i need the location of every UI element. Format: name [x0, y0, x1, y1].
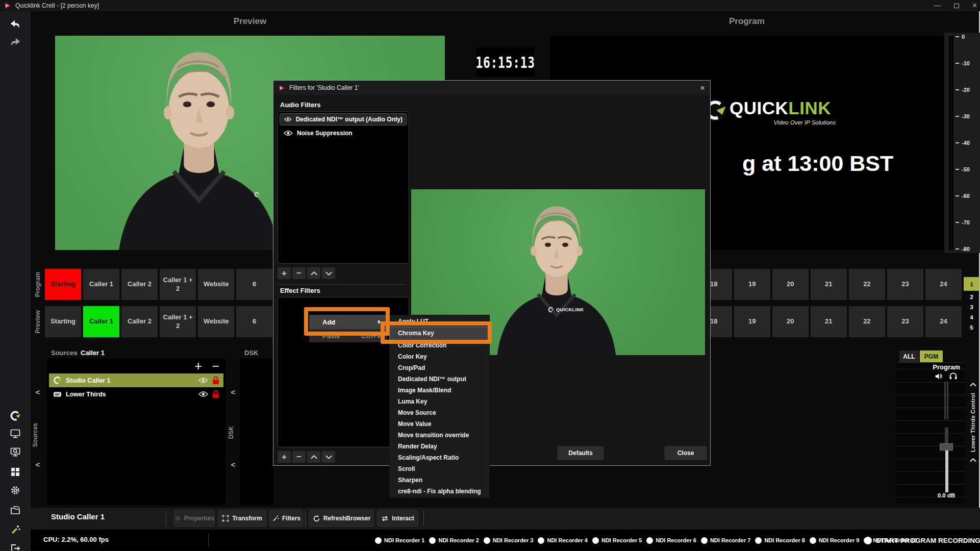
remove-filter-button[interactable]: −: [292, 451, 306, 463]
add-filter-button[interactable]: +: [278, 267, 291, 279]
headphones-icon[interactable]: [949, 371, 958, 380]
filters-button[interactable]: Filters: [269, 510, 303, 527]
visibility-eye-icon[interactable]: [284, 116, 292, 122]
maximize-button[interactable]: [954, 4, 959, 8]
sources-collapse-icon-2[interactable]: <: [33, 460, 43, 469]
exit-icon[interactable]: [10, 543, 21, 551]
program-scene-button[interactable]: 24: [925, 269, 962, 300]
ndi-recorder-indicator[interactable]: NDI Recorder 9: [810, 537, 859, 544]
visibility-eye-icon[interactable]: [198, 377, 208, 384]
submenu-item[interactable]: Sharpen: [390, 474, 489, 486]
ndi-recorder-indicator[interactable]: NDI Recorder 8: [755, 537, 805, 544]
add-filter-button[interactable]: +: [278, 451, 291, 463]
redo-icon[interactable]: [10, 37, 21, 48]
program-scene-button[interactable]: 21: [811, 269, 847, 300]
preview-scene-button[interactable]: Caller 2: [121, 306, 158, 337]
monitor-search-icon[interactable]: [10, 446, 21, 458]
submenu-item[interactable]: Color Key: [390, 351, 489, 362]
visibility-eye-icon[interactable]: [284, 130, 293, 136]
preview-scene-button[interactable]: 23: [887, 306, 923, 337]
visibility-eye-icon[interactable]: [198, 391, 208, 397]
files-folder-icon[interactable]: [10, 505, 21, 516]
transform-button[interactable]: Transform: [218, 510, 266, 527]
ndi-recorder-indicator[interactable]: NDI Recorder 3: [484, 537, 533, 544]
move-filter-down-button[interactable]: [322, 451, 335, 463]
program-scene-button[interactable]: 22: [849, 269, 885, 300]
monitor-icon[interactable]: [10, 428, 21, 439]
submenu-item[interactable]: Move Source: [390, 407, 489, 418]
quicklink-logo-icon[interactable]: [10, 410, 21, 421]
scene-page-button[interactable]: 4: [964, 312, 979, 322]
properties-button[interactable]: Properties: [174, 510, 215, 527]
submenu-item[interactable]: Image Mask/Blend: [390, 385, 489, 396]
audio-filter-item[interactable]: Noise Suppression: [280, 127, 407, 139]
lower-thirds-control-strip[interactable]: Lower Thirds Control: [966, 362, 980, 504]
lock-icon[interactable]: [212, 376, 219, 385]
preview-scene-button[interactable]: Starting: [45, 306, 81, 337]
preview-scene-button[interactable]: Caller 1 + 2: [160, 306, 196, 337]
submenu-item[interactable]: Dedicated NDI™ output: [390, 373, 489, 385]
scene-page-button[interactable]: 2: [964, 292, 979, 302]
scene-page-button[interactable]: 1: [964, 277, 979, 291]
settings-gear-icon[interactable]: [10, 485, 21, 496]
ndi-recorder-indicator[interactable]: NDI Recorder 2: [429, 537, 479, 544]
submenu-item[interactable]: Render Delay: [390, 441, 489, 452]
ndi-recorder-indicator[interactable]: NDI Recorder 4: [538, 537, 587, 544]
preview-scene-button[interactable]: Website: [198, 306, 234, 337]
ndi-recorder-indicator[interactable]: NDI Recorder 1: [375, 537, 424, 544]
audio-tab-pgm[interactable]: PGM: [920, 350, 943, 362]
dialog-close-icon[interactable]: ×: [700, 84, 705, 92]
magic-wand-icon[interactable]: [10, 524, 21, 535]
move-filter-up-button[interactable]: [307, 451, 320, 463]
close-button[interactable]: ×: [972, 0, 977, 11]
program-scene-button[interactable]: Website: [198, 269, 234, 300]
preview-scene-button[interactable]: 6: [236, 306, 272, 337]
submenu-item[interactable]: Move transition override: [390, 430, 489, 441]
preview-scene-button[interactable]: 24: [925, 306, 962, 337]
source-row-studio-caller[interactable]: Studio Caller 1: [49, 373, 223, 387]
remove-source-button[interactable]: −: [212, 359, 219, 373]
refresh-browser-button[interactable]: RefreshBrowser: [309, 510, 374, 527]
program-scene-button[interactable]: Caller 1 + 2: [160, 269, 196, 300]
submenu-item[interactable]: Scroll: [390, 463, 489, 474]
submenu-item[interactable]: Move Value: [390, 418, 489, 430]
preview-scene-button[interactable]: 21: [811, 306, 847, 337]
program-scene-button[interactable]: 19: [734, 269, 770, 300]
submenu-item[interactable]: Luma Key: [390, 396, 489, 407]
program-scene-button[interactable]: 23: [887, 269, 923, 300]
sources-collapse-icon[interactable]: <: [33, 388, 43, 396]
program-scene-button[interactable]: Caller 1: [83, 269, 119, 300]
program-scene-button[interactable]: Caller 2: [121, 269, 158, 300]
layout-grid-icon[interactable]: [10, 466, 21, 478]
volume-fader-handle[interactable]: [940, 443, 953, 450]
undo-icon[interactable]: [10, 19, 21, 30]
preview-scene-button[interactable]: 19: [734, 306, 770, 337]
defaults-button[interactable]: Defaults: [557, 446, 604, 460]
preview-scene-button[interactable]: 22: [849, 306, 885, 337]
remove-filter-button[interactable]: −: [292, 267, 306, 279]
interact-button[interactable]: Interact: [377, 510, 418, 527]
ndi-recorder-indicator[interactable]: NDI Recorder 6: [646, 537, 696, 544]
lock-icon[interactable]: [212, 390, 219, 398]
program-scene-button[interactable]: 6: [236, 269, 272, 300]
scene-page-button[interactable]: 5: [964, 322, 979, 333]
minimize-button[interactable]: —: [934, 0, 941, 11]
program-scene-button[interactable]: 20: [772, 269, 809, 300]
submenu-item[interactable]: Scaling/Aspect Ratio: [390, 452, 489, 463]
program-scene-button[interactable]: Starting: [45, 269, 81, 300]
add-source-button[interactable]: +: [194, 359, 202, 373]
preview-scene-button[interactable]: Caller 1: [83, 306, 119, 337]
dsk-collapse-icon-2[interactable]: <: [228, 460, 238, 469]
source-row-lower-thirds[interactable]: Lower Thirds: [49, 387, 223, 401]
ndi-recorder-indicator[interactable]: NDI Recorder 7: [701, 537, 750, 544]
ndi-recorder-indicator[interactable]: NDI Recorder 5: [592, 537, 642, 544]
dsk-collapse-icon[interactable]: <: [228, 388, 238, 396]
audio-tab-all[interactable]: ALL: [899, 350, 919, 362]
speaker-icon[interactable]: [935, 372, 943, 381]
close-dialog-button[interactable]: Close: [664, 446, 707, 460]
start-program-recording-button[interactable]: START PROGRAM RECORDING: [864, 530, 980, 551]
scene-page-button[interactable]: 3: [964, 302, 979, 312]
audio-filter-item[interactable]: Dedicated NDI™ output (Audio Only): [280, 113, 407, 126]
submenu-item[interactable]: cre8-ndi - Fix alpha blending: [390, 486, 489, 497]
move-filter-down-button[interactable]: [322, 267, 335, 279]
